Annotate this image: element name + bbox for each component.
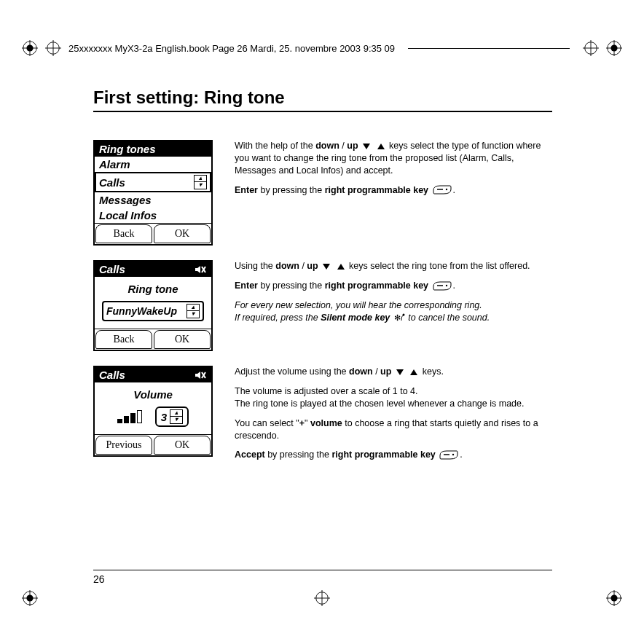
svg-point-15 xyxy=(445,189,447,190)
screen-title: Calls xyxy=(95,262,211,277)
screen-title: Calls xyxy=(95,367,211,382)
t: volume xyxy=(310,418,342,428)
section-ring-tone-select: Calls Ring tone FunnyWakeUp ▴▾ Back OK xyxy=(93,260,552,351)
t: right programmable key xyxy=(331,449,435,460)
svg-point-25 xyxy=(452,454,454,455)
t: right programmable key xyxy=(325,185,428,195)
t: keys. xyxy=(423,366,444,377)
t: . xyxy=(453,280,455,291)
page-title: First setting: Ring tone xyxy=(93,87,552,112)
t: down xyxy=(315,141,339,151)
t: Adjust the volume using the xyxy=(235,366,349,377)
down-key-icon xyxy=(395,368,405,377)
menu-item-alarm: Alarm xyxy=(95,157,211,172)
crosshair-icon xyxy=(583,40,599,56)
t: / xyxy=(339,141,347,151)
crop-marks-top: 25xxxxxxx MyX3-2a English.book Page 26 M… xyxy=(22,38,622,58)
softkey-previous: Previous xyxy=(95,436,152,455)
phone-screen-ring-tones: Ring tones Alarm Calls ▴▾ Messages Local… xyxy=(93,140,213,246)
field-label: Ring tone xyxy=(95,277,211,298)
field-label: Volume xyxy=(95,382,211,404)
t: + xyxy=(299,418,305,428)
description: Using the down / up keys select the ring… xyxy=(235,260,552,331)
t: If required, press the xyxy=(235,313,321,323)
t: Enter xyxy=(235,185,258,195)
field-value: 3 xyxy=(161,411,167,423)
t: Using the xyxy=(235,261,275,271)
svg-text:✻: ✻ xyxy=(394,313,401,322)
menu-item-local-infos: Local Infos xyxy=(95,208,211,223)
t: / xyxy=(373,366,380,377)
t: . xyxy=(460,449,462,460)
screen-title-text: Calls xyxy=(99,369,125,381)
down-key-icon xyxy=(361,142,372,151)
phone-screen-calls-ringtone: Calls Ring tone FunnyWakeUp ▴▾ Back OK xyxy=(93,260,213,351)
section-ring-tones: Ring tones Alarm Calls ▴▾ Messages Local… xyxy=(93,140,552,246)
t: by pressing the xyxy=(258,185,325,195)
t: For every new selection, you will hear t… xyxy=(235,300,482,310)
right-softkey-icon xyxy=(433,281,452,291)
right-softkey-icon xyxy=(439,450,458,460)
t: right programmable key xyxy=(325,280,428,291)
t: up xyxy=(380,366,391,377)
spinner-icon: ▴▾ xyxy=(170,409,183,424)
t: by pressing the xyxy=(258,280,325,291)
mute-icon xyxy=(194,264,207,275)
t: The volume is adjusted over a scale of 1… xyxy=(235,386,418,396)
screen-title: Ring tones xyxy=(95,141,211,157)
t: up xyxy=(347,141,358,151)
registration-mark-icon xyxy=(606,590,622,606)
crosshair-icon xyxy=(45,40,61,56)
t: by pressing the xyxy=(265,449,332,460)
t: Enter xyxy=(235,280,258,291)
registration-mark-icon xyxy=(606,40,622,56)
right-softkey-icon xyxy=(433,185,452,195)
t: Silent mode key xyxy=(321,313,390,323)
svg-point-19 xyxy=(445,284,447,286)
volume-value: 3 ▴▾ xyxy=(155,407,189,427)
t: . xyxy=(453,185,455,195)
t: keys select the ring tone from the list … xyxy=(349,261,530,271)
softkey-ok: OK xyxy=(154,436,211,455)
t: / xyxy=(299,261,307,271)
softkey-ok: OK xyxy=(154,224,211,243)
t: " xyxy=(305,418,310,428)
down-key-icon xyxy=(321,262,331,271)
header-rule xyxy=(408,48,570,49)
page-number: 26 xyxy=(93,570,552,585)
menu-item-messages: Messages xyxy=(95,192,211,208)
page-content: First setting: Ring tone Ring tones Alar… xyxy=(93,87,552,483)
t: up xyxy=(307,261,318,271)
silent-key-icon: ✻ xyxy=(393,313,406,323)
t: Accept xyxy=(235,449,265,460)
t: You can select " xyxy=(235,418,299,428)
screen-title-text: Calls xyxy=(99,263,125,275)
menu-item-calls-selected: Calls ▴▾ xyxy=(95,172,211,192)
softkey-back: Back xyxy=(95,330,152,349)
t: down xyxy=(349,366,373,377)
up-key-icon xyxy=(376,142,386,151)
softkey-back: Back xyxy=(95,224,152,243)
description: Adjust the volume using the down / up ke… xyxy=(235,366,552,468)
header-path-text: 25xxxxxxx MyX3-2a English.book Page 26 M… xyxy=(68,43,395,54)
menu-item-label: Calls xyxy=(99,176,125,189)
section-volume: Calls Volume 3 ▴▾ xyxy=(93,366,552,468)
t: With the help of the xyxy=(235,141,315,151)
ring-tone-value: FunnyWakeUp ▴▾ xyxy=(102,301,204,321)
t: down xyxy=(275,261,299,271)
spinner-icon: ▴▾ xyxy=(186,304,200,318)
phone-screen-calls-volume: Calls Volume 3 ▴▾ xyxy=(93,366,213,457)
mute-icon xyxy=(194,370,207,380)
spinner-icon: ▴▾ xyxy=(194,175,207,189)
description: With the help of the down / up keys sele… xyxy=(235,140,552,204)
crosshair-icon xyxy=(314,590,330,606)
t: The ring tone is played at the chosen le… xyxy=(235,398,524,409)
t: to cancel the sound. xyxy=(408,313,490,323)
field-value: FunnyWakeUp xyxy=(106,305,177,317)
up-key-icon xyxy=(409,368,419,377)
up-key-icon xyxy=(336,262,346,271)
registration-mark-icon xyxy=(22,40,38,56)
registration-mark-icon xyxy=(22,590,38,606)
volume-bars-icon xyxy=(117,410,142,423)
svg-point-21 xyxy=(402,314,404,316)
